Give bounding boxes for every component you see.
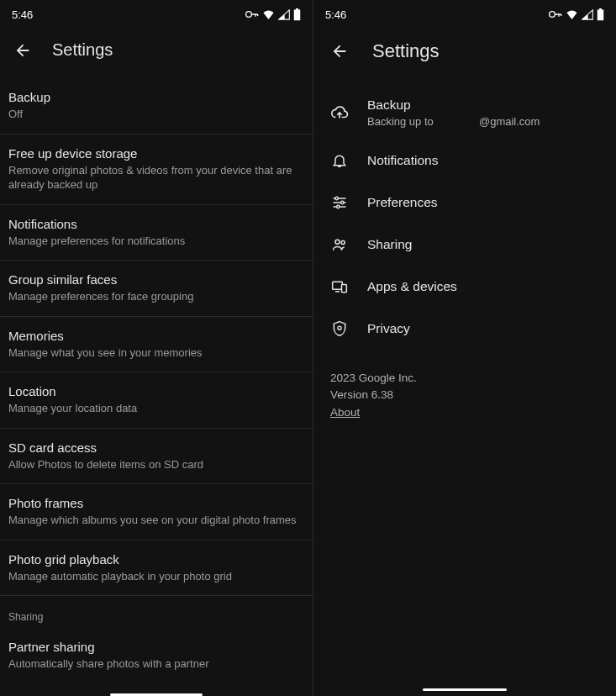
setting-notifications[interactable]: Notifications Manage preferences for not…	[0, 205, 313, 261]
arrow-left-icon	[330, 42, 349, 61]
page-title: Settings	[372, 40, 440, 62]
setting-title: Free up device storage	[8, 146, 304, 161]
status-icons	[245, 8, 301, 21]
header: Settings	[313, 29, 616, 86]
menu-privacy[interactable]: Privacy	[320, 308, 609, 350]
svg-point-9	[338, 326, 341, 330]
menu-title: Apps & devices	[367, 279, 599, 294]
menu-apps-devices[interactable]: Apps & devices	[320, 266, 609, 308]
footer-copyright: 2023 Google Inc.	[330, 370, 599, 387]
key-icon	[245, 10, 259, 18]
back-button[interactable]	[330, 42, 349, 61]
status-time: 5:46	[12, 8, 33, 21]
status-bar: 5:46	[0, 0, 313, 29]
setting-title: Partner sharing	[8, 640, 304, 654]
wifi-icon	[566, 9, 578, 19]
setting-sd-card[interactable]: SD card access Allow Photos to delete it…	[0, 429, 313, 485]
setting-title: Photo grid playback	[8, 552, 304, 567]
setting-title: Location	[8, 384, 304, 398]
setting-subtitle: Manage preferences for face grouping	[8, 289, 304, 304]
setting-photo-frames[interactable]: Photo frames Manage which albums you see…	[0, 484, 313, 540]
devices-icon	[330, 277, 349, 296]
setting-subtitle: Manage automatic playback in your photo …	[8, 569, 304, 584]
setting-subtitle: Allow Photos to delete items on SD card	[8, 457, 304, 472]
setting-subtitle: Manage your location data	[8, 401, 304, 416]
menu-title: Notifications	[367, 153, 599, 168]
setting-subtitle: Manage which albums you see on your digi…	[8, 513, 304, 528]
setting-grid-playback[interactable]: Photo grid playback Manage automatic pla…	[0, 540, 313, 597]
svg-point-0	[246, 12, 252, 18]
setting-title: Photo frames	[8, 496, 304, 510]
svg-point-2	[335, 197, 338, 199]
battery-icon	[597, 8, 604, 21]
arrow-left-icon	[13, 41, 32, 60]
svg-point-4	[337, 205, 340, 208]
menu-title: Backup	[367, 98, 599, 113]
footer-version: Version 6.38	[330, 387, 599, 403]
menu-backup[interactable]: Backup Backing up to @gmail.com	[320, 86, 609, 140]
status-icons	[549, 8, 604, 21]
cloud-upload-icon	[330, 103, 349, 122]
svg-point-5	[335, 240, 340, 244]
menu-sharing[interactable]: Sharing	[320, 224, 609, 266]
setting-title: Notifications	[8, 217, 304, 231]
footer: 2023 Google Inc. Version 6.38 About	[313, 350, 616, 441]
svg-rect-8	[342, 285, 347, 293]
setting-partner-sharing[interactable]: Partner sharing Automatically share phot…	[0, 628, 313, 683]
setting-title: SD card access	[8, 440, 304, 455]
setting-location[interactable]: Location Manage your location data	[0, 372, 313, 429]
back-button[interactable]	[13, 41, 32, 60]
settings-panel-right: 5:46 Settings Backup Backing up to @gmai…	[313, 0, 616, 696]
status-time: 5:46	[325, 8, 346, 21]
menu-title: Sharing	[367, 237, 599, 252]
setting-subtitle: Off	[8, 107, 304, 122]
settings-list[interactable]: Backup Off Free up device storage Remove…	[0, 78, 313, 696]
setting-title: Backup	[8, 90, 304, 104]
svg-point-1	[550, 12, 555, 18]
about-link[interactable]: About	[330, 406, 360, 419]
svg-point-6	[341, 240, 345, 244]
home-indicator	[423, 688, 507, 691]
menu-preferences[interactable]: Preferences	[320, 182, 609, 224]
setting-free-up-storage[interactable]: Free up device storage Remove original p…	[0, 134, 313, 205]
svg-point-3	[341, 201, 344, 203]
bell-icon	[330, 151, 349, 170]
menu-title: Privacy	[367, 321, 599, 336]
setting-subtitle: Manage preferences for notifications	[8, 234, 304, 249]
section-header-sharing: Sharing	[0, 596, 313, 628]
setting-memories[interactable]: Memories Manage what you see in your mem…	[0, 317, 313, 373]
setting-subtitle: Manage what you see in your memories	[8, 345, 304, 361]
setting-subtitle: Remove original photos & videos from you…	[8, 163, 304, 192]
shield-icon	[330, 319, 349, 338]
signal-icon	[582, 9, 593, 20]
setting-group-faces[interactable]: Group similar faces Manage preferences f…	[0, 261, 313, 317]
signal-icon	[278, 9, 290, 20]
battery-icon	[293, 8, 301, 21]
menu-subtitle: Backing up to @gmail.com	[367, 115, 599, 128]
header: Settings	[0, 29, 313, 78]
settings-panel-left: 5:46 Settings Backup Off Free up device …	[0, 0, 313, 696]
setting-title: Group similar faces	[8, 272, 304, 287]
setting-backup[interactable]: Backup Off	[0, 78, 313, 134]
page-title: Settings	[52, 40, 113, 60]
status-bar: 5:46	[313, 0, 616, 29]
tune-icon	[330, 193, 349, 212]
setting-subtitle: Automatically share photos with a partne…	[8, 656, 304, 672]
setting-title: Memories	[8, 329, 304, 343]
svg-rect-7	[333, 282, 343, 289]
people-icon	[330, 235, 349, 254]
wifi-icon	[262, 9, 275, 19]
menu-title: Preferences	[367, 195, 599, 210]
menu-notifications[interactable]: Notifications	[320, 140, 609, 182]
key-icon	[549, 10, 562, 18]
menu-list: Backup Backing up to @gmail.com Notifica…	[313, 86, 616, 350]
